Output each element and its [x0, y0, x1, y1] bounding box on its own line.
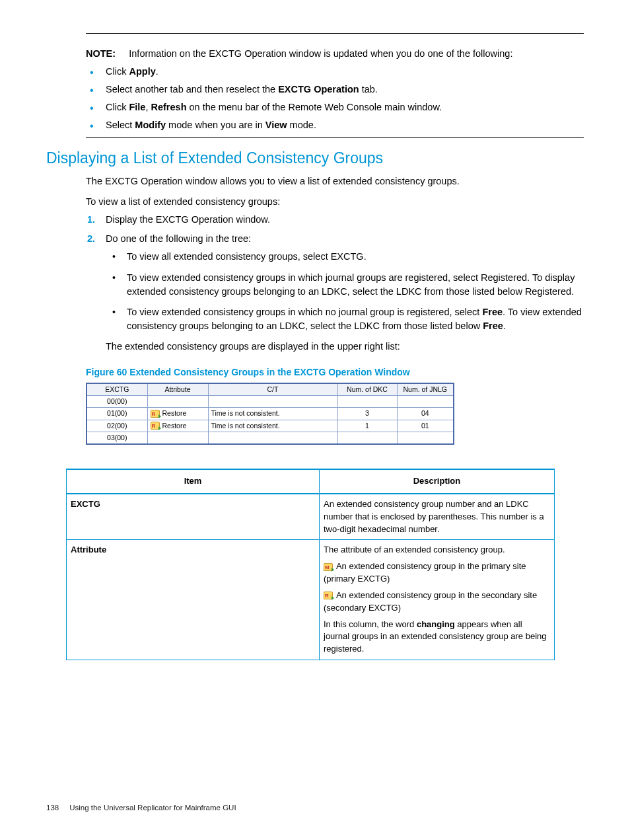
table-row: 01(00)RRestoreTime is not consistent.304: [87, 408, 454, 420]
cell-ct: [208, 432, 337, 444]
text: To view all extended consistency groups,…: [127, 251, 367, 262]
cell-jnlg: [397, 396, 454, 408]
table-row: 03(00): [87, 432, 454, 444]
text: Select: [106, 120, 135, 130]
step-2-sublist: To view all extended consistency groups,…: [106, 250, 584, 332]
cell-ct: Time is not consistent.: [208, 420, 337, 432]
step-2-lead: Do one of the following in the tree:: [106, 233, 251, 244]
bold-changing: changing: [417, 619, 455, 629]
note-text: Information on the EXCTG Operation windo…: [129, 48, 512, 59]
bold-exctg-operation: EXCTG Operation: [278, 84, 359, 95]
bold-apply: Apply: [129, 66, 155, 77]
cell-jnlg: [397, 432, 454, 444]
description-table: Item Description EXCTG An extended consi…: [66, 469, 555, 660]
restore-icon: R: [151, 410, 160, 418]
desc-row-exctg: EXCTG An extended consistency group numb…: [67, 494, 555, 540]
table-row: 00(00): [87, 396, 454, 408]
cell-jnlg: 01: [397, 420, 454, 432]
bold-free-2: Free: [483, 321, 503, 331]
cell-dkc: [337, 432, 397, 444]
text: ,: [145, 102, 151, 112]
grid-header-numdkc: Num. of DKC: [337, 383, 397, 396]
step-2: Do one of the following in the tree: To …: [86, 232, 584, 353]
secondary-exctg-line: R An extended consistency group in the s…: [324, 590, 550, 615]
text: Select another tab and then reselect the: [106, 84, 278, 95]
primary-exctg-line: M An extended consistency group in the p…: [324, 560, 550, 586]
desc-item-attribute: Attribute: [67, 540, 320, 660]
text: mode when you are in: [166, 120, 265, 130]
grid-header-row: EXCTG Attribute C/T Num. of DKC Num. of …: [87, 383, 454, 396]
note-bullet-3: Click File, Refresh on the menu bar of t…: [86, 100, 584, 114]
top-rule: [86, 33, 584, 34]
text: Click: [106, 102, 129, 112]
exctg-data-grid: EXCTG Attribute C/T Num. of DKC Num. of …: [86, 383, 454, 445]
cell-ct: [208, 396, 337, 408]
primary-exctg-icon: M: [324, 563, 333, 571]
grid-header-numjnlg: Num. of JNLG: [397, 383, 454, 396]
steps-list: Display the EXCTG Operation window. Do o…: [86, 213, 584, 353]
intro-1: The EXCTG Operation window allows you to…: [86, 174, 584, 188]
cell-dkc: 3: [337, 408, 397, 420]
table-row: 02(00)RRestoreTime is not consistent.101: [87, 420, 454, 432]
attr-text: Restore: [162, 408, 187, 418]
cell-dkc: 1: [337, 420, 397, 432]
bold-file: File: [129, 102, 145, 112]
note-bullet-list: Click Apply. Select another tab and then…: [86, 65, 584, 132]
text: An extended consistency group in the sec…: [324, 590, 537, 613]
step-2-sub-3: To view extended consistency groups in w…: [106, 305, 584, 333]
bold-refresh: Refresh: [151, 102, 187, 112]
text: .: [503, 321, 506, 331]
grid-header-ct: C/T: [208, 383, 337, 396]
step-2-sub-2: To view extended consistency groups in w…: [106, 271, 584, 299]
cell-exctg: 00(00): [87, 396, 147, 408]
step-1: Display the EXCTG Operation window.: [86, 213, 584, 227]
page-footer: 138 Using the Universal Replicator for M…: [46, 802, 236, 814]
cell-attribute: [147, 396, 208, 408]
cell-attribute: RRestore: [147, 408, 208, 420]
text: .: [156, 66, 158, 77]
cell-dkc: [337, 396, 397, 408]
text: To view extended consistency groups in w…: [127, 272, 575, 297]
footer-title: Using the Universal Replicator for Mainf…: [69, 804, 236, 812]
text: Click: [106, 66, 129, 77]
cell-attribute: [147, 432, 208, 444]
cell-exctg: 03(00): [87, 432, 147, 444]
section-heading: Displaying a List of Extended Consistenc…: [46, 147, 584, 169]
secondary-exctg-icon: R: [324, 592, 333, 599]
desc-text-attribute: The attribute of an extended consistency…: [320, 540, 555, 660]
desc-th-item: Item: [67, 469, 320, 494]
cell-jnlg: 04: [397, 408, 454, 420]
cell-exctg: 02(00): [87, 420, 147, 432]
step-2-sub-1: To view all extended consistency groups,…: [106, 250, 584, 264]
bold-free-1: Free: [482, 307, 503, 317]
text: on the menu bar of the Remote Web Consol…: [187, 102, 442, 112]
text: mode.: [287, 120, 316, 130]
desc-row-attribute: Attribute The attribute of an extended c…: [67, 540, 555, 660]
bold-view: View: [265, 120, 287, 130]
bold-modify: Modify: [135, 120, 166, 130]
text: To view extended consistency groups in w…: [127, 307, 482, 317]
step-1-text: Display the EXCTG Operation window.: [106, 214, 270, 225]
cell-ct: Time is not consistent.: [208, 408, 337, 420]
cell-attribute: RRestore: [147, 420, 208, 432]
text: An extended consistency group in the pri…: [324, 561, 526, 584]
text: An extended consistency group number and…: [324, 498, 550, 536]
restore-icon: R: [151, 422, 160, 430]
page-number: 138: [46, 804, 59, 812]
note-bullet-2: Select another tab and then reselect the…: [86, 83, 584, 96]
grid-header-exctg: EXCTG: [87, 383, 147, 396]
text: tab.: [359, 84, 378, 95]
after-list-text: The extended consistency groups are disp…: [106, 340, 584, 354]
note-label: NOTE:: [86, 48, 116, 59]
cell-exctg: 01(00): [87, 408, 147, 420]
grid-header-attribute: Attribute: [147, 383, 208, 396]
changing-line: In this column, the word changing appear…: [324, 619, 550, 656]
text: The attribute of an extended consistency…: [324, 544, 550, 556]
intro-2: To view a list of extended consistency g…: [86, 195, 584, 209]
desc-text-exctg: An extended consistency group number and…: [320, 494, 555, 540]
text: In this column, the word: [324, 619, 417, 629]
note-bullet-4: Select Modify mode when you are in View …: [86, 118, 584, 132]
attr-text: Restore: [162, 421, 187, 431]
note-block: NOTE: Information on the EXCTG Operation…: [86, 47, 584, 61]
bottom-rule: [86, 137, 584, 138]
